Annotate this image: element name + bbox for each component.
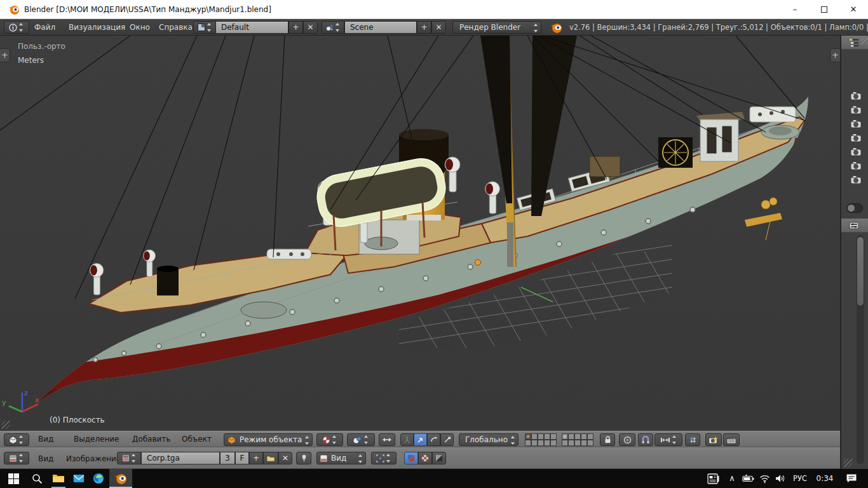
corner-resize-grip[interactable] [860, 37, 868, 44]
layer-grid-1[interactable] [525, 433, 557, 446]
lock-icon [604, 436, 611, 444]
properties-header[interactable] [841, 219, 868, 233]
screen-layout-browse-button[interactable] [193, 21, 216, 34]
language-indicator[interactable]: РУС [789, 469, 811, 488]
outliner-header[interactable] [841, 36, 868, 50]
taskbar-file-explorer-button[interactable] [48, 469, 69, 488]
minimize-button[interactable]: – [780, 0, 810, 19]
snap-target-button[interactable] [685, 433, 700, 446]
snap-toggle-button[interactable] [638, 433, 653, 446]
mode-value: Режим объекта [240, 435, 302, 444]
news-widget-button[interactable] [703, 469, 724, 488]
layer-cell-active[interactable] [525, 433, 531, 440]
manipulator-scale-button[interactable] [440, 433, 454, 446]
menu-select[interactable]: Выделение [71, 431, 121, 447]
clock[interactable]: 0:34 [812, 469, 837, 488]
ship-model[interactable] [19, 36, 820, 431]
properties-expand-tab[interactable]: + [830, 48, 840, 62]
zbuffer-icon [435, 454, 443, 462]
delete-screen-layout-button[interactable]: ✕ [303, 21, 318, 34]
corner-resize-grip[interactable] [844, 459, 852, 467]
toolbar-expand-tab[interactable]: + [0, 48, 10, 62]
editor-type-button-info[interactable] [4, 21, 29, 34]
uv-pivot-dropdown[interactable] [371, 452, 397, 464]
pivot-center-icon [376, 454, 384, 463]
start-button[interactable] [3, 469, 24, 488]
menu-render[interactable]: Визуализация [66, 19, 128, 36]
maximize-button[interactable] [810, 0, 839, 19]
lock-to-scene-button[interactable] [600, 433, 615, 446]
menu-view[interactable]: Вид [36, 431, 56, 447]
outliner-render-toggles [850, 92, 862, 196]
screen: Blender [D:\МОИ МОДЕЛИ\USSA\Тип Манджур\… [0, 0, 868, 488]
properties-scrollbar[interactable] [857, 235, 864, 464]
menu-window[interactable]: Окно [127, 19, 153, 36]
screen-layout-name-field[interactable]: Default [216, 21, 288, 34]
add-screen-layout-button[interactable]: + [288, 21, 303, 34]
battery-tray-icon[interactable] [739, 469, 757, 488]
channel-alpha-button[interactable] [418, 452, 432, 464]
corner-resize-grip[interactable] [1, 421, 10, 429]
taskbar-search-button[interactable] [27, 469, 47, 488]
image-users-count-button[interactable]: 3 [220, 452, 235, 464]
unlink-image-button[interactable]: ✕ [278, 452, 292, 464]
menu-object[interactable]: Объект [179, 431, 214, 447]
updown-arrows-icon [18, 435, 24, 444]
manipulator-axis-button[interactable] [400, 433, 414, 446]
open-image-button[interactable] [263, 452, 278, 464]
menu-uv-view[interactable]: Вид [36, 448, 56, 468]
render-opengl-button[interactable] [705, 433, 722, 446]
scene-browse-button[interactable] [322, 21, 344, 34]
manipulator-translate-button[interactable] [414, 433, 427, 446]
menu-file[interactable]: Файл [32, 19, 58, 36]
orientation-dropdown[interactable]: Глобально [459, 433, 519, 446]
action-center-button[interactable] [840, 469, 863, 488]
layer-cell[interactable] [562, 433, 568, 440]
taskbar-mail-button[interactable] [69, 469, 89, 488]
viewport-shading-dropdown[interactable] [316, 433, 343, 446]
manipulator-rotate-button[interactable] [427, 433, 440, 446]
tray-expand-chevron[interactable]: ∧ [725, 469, 739, 488]
mode-dropdown[interactable]: Режим объекта [224, 433, 313, 446]
new-image-button[interactable]: + [249, 452, 263, 464]
fake-user-button[interactable]: F [235, 452, 249, 464]
uv-mode-dropdown[interactable]: Вид [316, 452, 366, 464]
channel-zbuffer-button[interactable] [432, 452, 446, 464]
menu-help[interactable]: Справка [156, 19, 195, 36]
panel-toggle-pill[interactable] [846, 203, 863, 213]
render-engine-dropdown[interactable]: Рендер Blender [452, 21, 541, 34]
news-icon [707, 473, 720, 484]
render-opengl-anim-button[interactable] [723, 433, 740, 446]
menu-uv-image[interactable]: Изображение [64, 448, 123, 468]
manipulator-toggle-button[interactable] [379, 433, 395, 446]
render-engine-value: Рендер Blender [459, 23, 520, 32]
updown-arrows-icon [533, 24, 539, 32]
delete-scene-button[interactable]: ✕ [431, 21, 446, 34]
scrollbar-thumb[interactable] [857, 236, 864, 306]
editor-type-button-3dview[interactable] [4, 433, 29, 446]
edge-icon [93, 473, 104, 484]
volume-tray-icon[interactable] [771, 469, 789, 488]
editor-type-button-image[interactable] [4, 452, 29, 464]
updown-arrows-icon [335, 23, 341, 32]
proportional-edit-button[interactable] [619, 433, 635, 446]
pin-image-button[interactable] [296, 452, 311, 464]
layer-grid-2[interactable] [562, 433, 593, 446]
viewport-3d[interactable]: z y x Польз.-орто Meters (0) Плоскость +… [0, 36, 840, 431]
snap-element-dropdown[interactable] [654, 433, 682, 446]
file-explorer-icon [52, 473, 65, 484]
menu-add[interactable]: Добавить [130, 431, 173, 447]
image-name-field[interactable]: Corp.tga [141, 452, 220, 464]
pivot-point-dropdown[interactable] [347, 433, 375, 446]
close-button[interactable]: ✕ [839, 0, 868, 19]
orientation-value: Глобально [465, 435, 508, 444]
taskbar-edge-button[interactable] [88, 469, 109, 488]
channel-color-alpha-button[interactable] [404, 452, 418, 464]
wifi-tray-icon[interactable] [756, 469, 773, 488]
image-browse-button[interactable] [117, 452, 141, 464]
add-scene-button[interactable]: + [417, 21, 431, 34]
camera-icons[interactable] [850, 92, 862, 193]
expand-arrows-icon [382, 437, 392, 443]
scene-name-field[interactable]: Scene [344, 21, 417, 34]
taskbar-blender-button[interactable] [109, 469, 132, 488]
